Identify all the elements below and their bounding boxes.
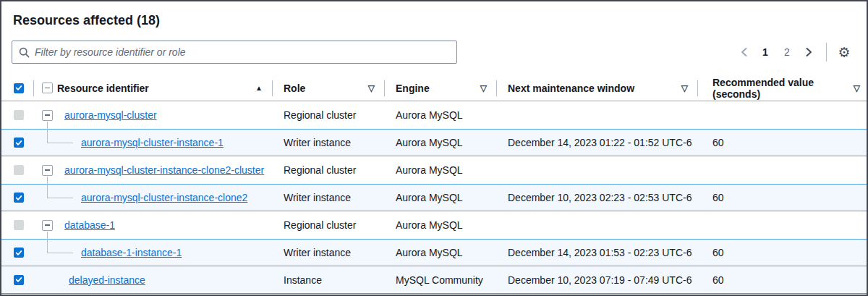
table-settings-button[interactable]: ⚙ (835, 43, 854, 62)
row-select-cell (1, 240, 34, 266)
table-row: aurora-mysql-cluster-instance-clone2-clu… (1, 156, 867, 184)
table-controls: 1 2 ⚙ (1, 41, 867, 64)
row-checkbox-disabled (14, 110, 24, 120)
sort-icon[interactable]: ▽ (480, 83, 497, 93)
role-cell: Regional cluster (273, 219, 385, 231)
table-row: aurora-mysql-cluster Regional cluster Au… (1, 101, 867, 129)
table-header: Resource identifier ▲ Role ▽ Engine ▽ Ne… (1, 75, 867, 101)
row-select-cell (1, 266, 34, 293)
table-row: aurora-mysql-cluster-instance-clone2 Wri… (1, 184, 867, 211)
engine-cell: MySQL Community (385, 274, 497, 286)
engine-cell: Aurora MySQL (385, 219, 497, 231)
page-title: Resources affected (18) (13, 12, 855, 29)
engine-cell: Aurora MySQL (385, 164, 497, 176)
row-select-cell (1, 211, 34, 239)
gear-icon: ⚙ (838, 44, 850, 61)
column-label: Recommended value (seconds) (712, 77, 854, 100)
resource-cell: database-1 (34, 211, 273, 239)
resource-cell: aurora-mysql-cluster-instance-1 (34, 130, 273, 156)
column-header-role[interactable]: Role ▽ (273, 75, 385, 101)
page-1-button[interactable]: 1 (756, 43, 775, 62)
controls-divider (826, 43, 827, 62)
row-checkbox[interactable] (14, 138, 24, 148)
row-checkbox[interactable] (14, 193, 24, 203)
check-icon (15, 195, 22, 201)
resource-link[interactable]: aurora-mysql-cluster-instance-clone2-clu… (64, 164, 264, 176)
engine-cell: Aurora MySQL (385, 247, 497, 258)
check-icon (15, 250, 22, 256)
collapse-toggle-icon[interactable] (42, 165, 53, 176)
select-all-checkbox[interactable] (14, 83, 24, 93)
column-label: Role (284, 83, 305, 94)
column-header-value[interactable]: Recommended value (seconds) ▽ (698, 75, 867, 101)
previous-page-button[interactable] (734, 43, 753, 62)
tree-connector (47, 129, 73, 143)
column-label: Next maintenance window (508, 83, 634, 94)
resource-cell: delayed-instance (34, 266, 273, 293)
chevron-right-icon (805, 47, 813, 57)
pagination: 1 2 ⚙ (733, 43, 855, 62)
resource-link[interactable]: aurora-mysql-cluster-instance-1 (81, 137, 224, 148)
value-cell: 60 (698, 192, 867, 203)
column-label: Resource identifier (57, 83, 149, 94)
role-cell: Regional cluster (273, 109, 385, 121)
row-checkbox-disabled (14, 165, 24, 175)
resource-cell: aurora-mysql-cluster (34, 101, 273, 129)
value-cell: 60 (698, 247, 867, 258)
tree-connector (47, 239, 73, 253)
role-cell: Instance (273, 274, 385, 286)
value-cell: 60 (698, 137, 867, 148)
row-select-cell (1, 130, 34, 156)
resource-link[interactable]: database-1 (64, 219, 115, 231)
window-cell: December 10, 2023 02:23 - 02:53 UTC-6 (497, 192, 698, 203)
role-cell: Writer instance (273, 192, 385, 203)
check-icon (15, 85, 22, 91)
value-cell: 60 (698, 274, 867, 286)
role-cell: Writer instance (273, 247, 385, 258)
search-icon (19, 47, 30, 58)
row-select-cell (1, 156, 34, 184)
resource-link[interactable]: database-1-instance-1 (81, 247, 182, 258)
window-cell: December 14, 2023 01:53 - 02:23 UTC-6 (497, 247, 698, 258)
column-label: Engine (396, 83, 430, 94)
engine-cell: Aurora MySQL (385, 192, 497, 203)
resources-affected-panel: Resources affected (18) 1 2 (0, 0, 868, 296)
tree-connector (47, 184, 73, 198)
sort-ascending-icon[interactable]: ▲ (255, 84, 273, 92)
resource-link[interactable]: delayed-instance (69, 274, 145, 286)
collapse-toggle-icon[interactable] (42, 110, 53, 121)
row-checkbox[interactable] (14, 275, 24, 285)
page-2-button[interactable]: 2 (778, 43, 796, 62)
sort-icon[interactable]: ▽ (854, 83, 867, 93)
table-row: delayed-instance Instance MySQL Communit… (1, 266, 867, 294)
column-header-resource[interactable]: Resource identifier ▲ (34, 75, 273, 101)
engine-cell: Aurora MySQL (385, 109, 497, 121)
select-all-cell (1, 75, 34, 101)
window-cell: December 10, 2023 07:19 - 07:49 UTC-6 (497, 274, 698, 286)
check-icon (15, 140, 22, 146)
collapse-all-icon[interactable] (42, 83, 53, 93)
panel-header: Resources affected (18) (1, 1, 867, 29)
collapse-toggle-icon[interactable] (42, 220, 53, 231)
resource-link[interactable]: aurora-mysql-cluster-instance-clone2 (81, 192, 247, 203)
table-row: aurora-mysql-cluster-instance-1 Writer i… (1, 129, 867, 156)
column-header-window[interactable]: Next maintenance window ▽ (497, 75, 698, 101)
row-select-cell (1, 185, 34, 211)
row-checkbox[interactable] (14, 248, 24, 258)
role-cell: Regional cluster (273, 164, 385, 176)
resource-cell: aurora-mysql-cluster-instance-clone2 (34, 185, 273, 211)
resource-cell: database-1-instance-1 (34, 240, 273, 266)
column-header-engine[interactable]: Engine ▽ (385, 75, 497, 101)
table-row: database-1-instance-1 Writer instance Au… (1, 239, 867, 266)
filter-input-wrapper[interactable] (12, 41, 457, 64)
sort-icon[interactable]: ▽ (681, 83, 698, 93)
resource-cell: aurora-mysql-cluster-instance-clone2-clu… (34, 156, 273, 184)
next-page-button[interactable] (799, 43, 818, 62)
sort-icon[interactable]: ▽ (368, 83, 385, 93)
chevron-left-icon (740, 47, 748, 57)
engine-cell: Aurora MySQL (385, 137, 497, 148)
filter-input[interactable] (35, 46, 450, 58)
check-icon (15, 276, 22, 283)
window-cell: December 14, 2023 01:22 - 01:52 UTC-6 (497, 137, 698, 148)
resource-link[interactable]: aurora-mysql-cluster (64, 109, 157, 121)
